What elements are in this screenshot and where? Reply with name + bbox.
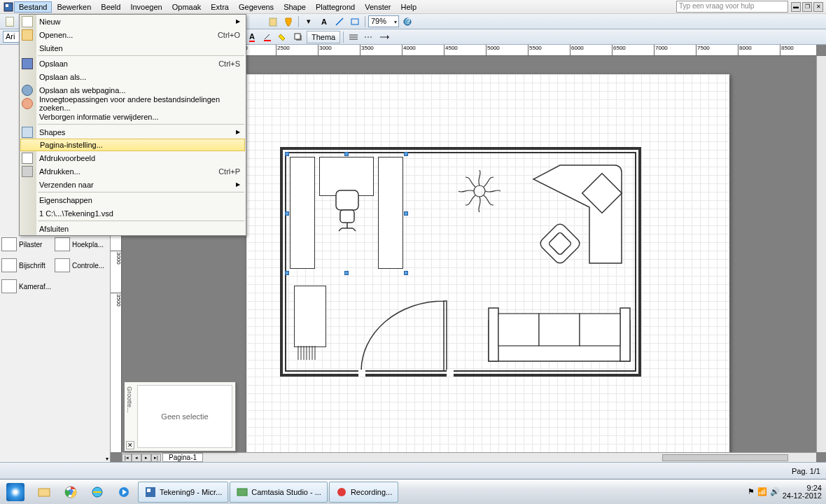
svg-rect-15 bbox=[489, 308, 498, 361]
taskbar-visio[interactable]: Tekening9 - Micr... bbox=[138, 482, 228, 503]
scrollbar-vertical[interactable] bbox=[816, 56, 826, 452]
menu-beeld[interactable]: Beeld bbox=[96, 1, 125, 13]
paste-button[interactable] bbox=[266, 15, 280, 28]
corner-desk[interactable] bbox=[518, 160, 629, 279]
pointer-tool-button[interactable]: ▾ bbox=[302, 15, 316, 28]
shape-kameraf[interactable]: Kameraf... bbox=[1, 278, 52, 295]
rectangle-tool-button[interactable] bbox=[348, 15, 362, 28]
menubar: Bestand Bewerken Beeld Invoegen Opmaak E… bbox=[0, 0, 826, 14]
menu-item-afdrukvoorbeeld[interactable]: Afdrukvoorbeeld bbox=[20, 151, 246, 164]
svg-rect-1 bbox=[6, 4, 8, 7]
menu-item-sluiten[interactable]: Sluiten bbox=[20, 41, 246, 55]
format-painter-button[interactable] bbox=[281, 15, 295, 28]
menu-gegevens[interactable]: Gegevens bbox=[234, 1, 279, 13]
size-window-close-icon[interactable]: ✕ bbox=[126, 441, 134, 449]
tall-cabinet[interactable] bbox=[294, 286, 326, 347]
prev-page-button[interactable]: ◂ bbox=[132, 454, 141, 462]
submenu-arrow-icon: ▶ bbox=[236, 181, 240, 188]
panel-collapse-icon[interactable]: ▾ bbox=[106, 456, 108, 462]
menu-item-nieuw[interactable]: Nieuw▶ bbox=[20, 15, 246, 28]
start-button[interactable] bbox=[0, 479, 31, 505]
new-icon bbox=[22, 16, 33, 27]
print-icon bbox=[22, 166, 33, 177]
shape-hoekpla[interactable]: Hoekpla... bbox=[55, 236, 105, 253]
svg-rect-19 bbox=[580, 314, 620, 346]
shape-bijschrift[interactable]: Bijschrift bbox=[1, 257, 52, 274]
page-tab[interactable]: Pagina-1 bbox=[162, 453, 203, 462]
first-page-button[interactable]: |◂ bbox=[122, 454, 132, 462]
menu-bewerken[interactable]: Bewerken bbox=[52, 1, 96, 13]
line-pattern-button[interactable] bbox=[362, 31, 376, 43]
zoom-combo[interactable]: 79% bbox=[368, 15, 399, 27]
page bbox=[246, 74, 729, 452]
shape-controle[interactable]: Controle... bbox=[55, 257, 105, 274]
sofa[interactable] bbox=[487, 307, 631, 364]
addin-icon bbox=[22, 98, 33, 109]
menu-item-opslaan-als[interactable]: Opslaan als... bbox=[20, 70, 246, 83]
plant[interactable] bbox=[455, 167, 504, 216]
line-weight-button[interactable] bbox=[346, 31, 360, 43]
theme-button[interactable]: Thema bbox=[307, 31, 340, 43]
taskbar-explorer[interactable] bbox=[31, 482, 57, 503]
tray-volume-icon[interactable]: 🔊 bbox=[770, 487, 780, 496]
taskbar-chrome[interactable] bbox=[58, 482, 83, 503]
connector-tool-button[interactable] bbox=[332, 15, 346, 28]
radiator[interactable] bbox=[297, 346, 318, 361]
zoom-help-button[interactable]: ? bbox=[400, 15, 414, 28]
menu-item-eigenschappen[interactable]: Eigenschappen bbox=[20, 193, 246, 206]
menu-item-afdrukken[interactable]: Afdrukken...Ctrl+P bbox=[20, 164, 246, 178]
font-color-button[interactable]: A bbox=[245, 31, 259, 43]
next-page-button[interactable]: ▸ bbox=[141, 454, 151, 462]
menu-shape[interactable]: Shape bbox=[279, 1, 311, 13]
menu-item-pagina-instelling[interactable]: Pagina-instelling... bbox=[20, 139, 245, 151]
menu-venster[interactable]: Venster bbox=[360, 1, 396, 13]
scrollbar-horizontal[interactable]: |◂ ◂ ▸ ▸| Pagina-1 bbox=[122, 452, 816, 462]
minimize-button[interactable]: ▬ bbox=[791, 2, 801, 12]
taskbar-camtasia[interactable]: Camtasia Studio - ... bbox=[230, 482, 328, 503]
system-tray[interactable]: ⚑ 📶 🔊 9:24 24-12-2012 bbox=[748, 479, 826, 505]
web-icon bbox=[22, 85, 33, 96]
taskbar-wmp[interactable] bbox=[111, 482, 136, 503]
menu-plattegrond[interactable]: Plattegrond bbox=[311, 1, 360, 13]
taskbar-recording[interactable]: Recording... bbox=[329, 482, 398, 503]
taskbar-ie[interactable] bbox=[85, 482, 110, 503]
menu-item-verborgen-informatie-verwijderen[interactable]: Verborgen informatie verwijderen... bbox=[20, 110, 246, 123]
menu-item-openen[interactable]: Openen...Ctrl+O bbox=[20, 28, 246, 41]
open-icon bbox=[22, 29, 33, 41]
tray-clock[interactable]: 9:24 24-12-2012 bbox=[783, 484, 822, 500]
menu-item-invoegtoepassingen-voor-andere-bestandsindelingen-zoeken[interactable]: Invoegtoepassingen voor andere bestandsi… bbox=[20, 97, 246, 110]
menu-item-opslaan[interactable]: OpslaanCtrl+S bbox=[20, 57, 246, 70]
tray-flag-icon[interactable]: ⚑ bbox=[748, 487, 755, 496]
fill-color-button[interactable] bbox=[276, 31, 290, 43]
svg-point-28 bbox=[337, 488, 346, 496]
menu-item-afsluiten[interactable]: Afsluiten bbox=[20, 222, 246, 235]
door[interactable] bbox=[358, 298, 449, 374]
menu-item-verzenden-naar[interactable]: Verzenden naar▶ bbox=[20, 178, 246, 191]
menu-item-shapes[interactable]: Shapes▶ bbox=[20, 125, 246, 139]
menu-invoegen[interactable]: Invoegen bbox=[125, 1, 167, 13]
new-button[interactable] bbox=[3, 15, 17, 28]
shapes-icon bbox=[22, 127, 33, 138]
text-tool-button[interactable]: A bbox=[317, 15, 331, 28]
menu-item-1-c-tekening1-vsd[interactable]: 1 C:\...\Tekening1.vsd bbox=[20, 206, 246, 220]
menu-bestand[interactable]: Bestand bbox=[14, 1, 52, 13]
line-color-button[interactable] bbox=[260, 31, 274, 43]
size-position-window[interactable]: Grootte... Geen selectie ✕ bbox=[124, 382, 236, 451]
menu-opmaak[interactable]: Opmaak bbox=[167, 1, 206, 13]
line-ends-button[interactable] bbox=[377, 31, 391, 43]
menu-extra[interactable]: Extra bbox=[206, 1, 234, 13]
svg-rect-16 bbox=[620, 308, 630, 361]
help-search-input[interactable]: Typ een vraag voor hulp bbox=[676, 1, 788, 13]
last-page-button[interactable]: ▸| bbox=[151, 454, 161, 462]
tray-network-icon[interactable]: 📶 bbox=[757, 487, 767, 496]
restore-button[interactable]: ❐ bbox=[802, 2, 812, 12]
close-button[interactable]: ✕ bbox=[813, 2, 823, 12]
floorplan bbox=[280, 147, 641, 377]
statusbar: Pag. 1/1 bbox=[0, 462, 826, 479]
hscroll-thumb[interactable] bbox=[662, 454, 788, 461]
shadow-button[interactable] bbox=[291, 31, 305, 43]
svg-rect-3 bbox=[351, 19, 358, 24]
shape-pilaster[interactable]: Pilaster bbox=[1, 236, 52, 253]
size-window-content: Geen selectie bbox=[137, 385, 232, 448]
menu-help[interactable]: Help bbox=[396, 1, 422, 13]
